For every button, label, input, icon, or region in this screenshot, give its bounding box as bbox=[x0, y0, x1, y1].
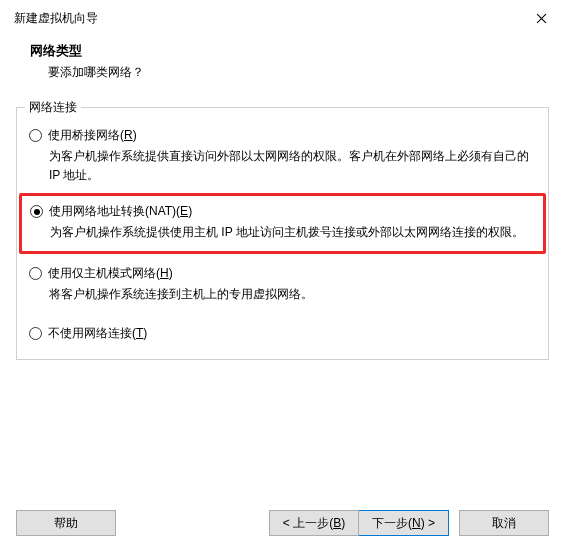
radio-icon bbox=[29, 267, 42, 280]
help-button[interactable]: 帮助 bbox=[16, 510, 116, 536]
radio-bridged-description: 为客户机操作系统提供直接访问外部以太网网络的权限。客户机在外部网络上必须有自己的… bbox=[29, 147, 536, 185]
page-subtitle: 要添加哪类网络？ bbox=[30, 64, 565, 81]
radio-icon bbox=[29, 327, 42, 340]
close-icon bbox=[536, 13, 547, 24]
radio-nat-description: 为客户机操作系统提供使用主机 IP 地址访问主机拨号连接或外部以太网网络连接的权… bbox=[30, 223, 535, 242]
radio-nat[interactable]: 使用网络地址转换(NAT)(E) bbox=[30, 202, 535, 221]
option-nat-highlight: 使用网络地址转换(NAT)(E) 为客户机操作系统提供使用主机 IP 地址访问主… bbox=[19, 193, 546, 253]
radio-hostonly[interactable]: 使用仅主机模式网络(H) bbox=[29, 264, 536, 283]
close-button[interactable] bbox=[529, 8, 553, 28]
radio-bridged-label: 使用桥接网络(R) bbox=[48, 127, 137, 144]
radio-hostonly-description: 将客户机操作系统连接到主机上的专用虚拟网络。 bbox=[29, 285, 536, 304]
network-connection-fieldset: 网络连接 使用桥接网络(R) 为客户机操作系统提供直接访问外部以太网网络的权限。… bbox=[16, 107, 549, 360]
radio-icon bbox=[29, 129, 42, 142]
option-bridged: 使用桥接网络(R) 为客户机操作系统提供直接访问外部以太网网络的权限。客户机在外… bbox=[29, 126, 536, 185]
fieldset-legend: 网络连接 bbox=[25, 99, 81, 116]
cancel-button[interactable]: 取消 bbox=[459, 510, 549, 536]
option-nat: 使用网络地址转换(NAT)(E) 为客户机操作系统提供使用主机 IP 地址访问主… bbox=[30, 202, 535, 242]
radio-hostonly-label: 使用仅主机模式网络(H) bbox=[48, 265, 173, 282]
titlebar: 新建虚拟机向导 bbox=[0, 0, 565, 34]
window-title: 新建虚拟机向导 bbox=[14, 10, 98, 27]
nav-button-group: < 上一步(B) 下一步(N) > bbox=[269, 510, 449, 536]
radio-nat-label: 使用网络地址转换(NAT)(E) bbox=[49, 203, 192, 220]
radio-none[interactable]: 不使用网络连接(T) bbox=[29, 324, 536, 343]
option-none: 不使用网络连接(T) bbox=[29, 324, 536, 343]
next-button[interactable]: 下一步(N) > bbox=[359, 510, 449, 536]
button-bar: 帮助 < 上一步(B) 下一步(N) > 取消 bbox=[0, 510, 565, 536]
radio-none-label: 不使用网络连接(T) bbox=[48, 325, 147, 342]
wizard-header: 网络类型 要添加哪类网络？ bbox=[0, 34, 565, 93]
back-button[interactable]: < 上一步(B) bbox=[269, 510, 359, 536]
option-hostonly: 使用仅主机模式网络(H) 将客户机操作系统连接到主机上的专用虚拟网络。 bbox=[29, 264, 536, 304]
radio-bridged[interactable]: 使用桥接网络(R) bbox=[29, 126, 536, 145]
radio-icon bbox=[30, 205, 43, 218]
page-title: 网络类型 bbox=[30, 42, 565, 60]
